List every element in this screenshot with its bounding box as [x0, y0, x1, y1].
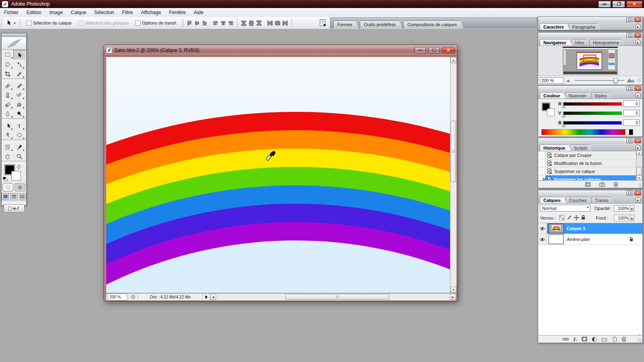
status-flyout-button[interactable]	[203, 294, 210, 300]
delete-layer-icon[interactable]	[621, 336, 626, 342]
layer-style-icon[interactable]: ƒ.	[573, 336, 577, 342]
clone-stamp-tool[interactable]	[2, 90, 13, 100]
distribute-bottom-icon[interactable]	[255, 20, 263, 27]
minimize-button[interactable]	[598, 1, 611, 8]
magic-wand-tool[interactable]	[13, 60, 25, 69]
history-item[interactable]: Supprimer ce calque	[538, 167, 636, 175]
panel-couleur-titlebar[interactable]: ×	[538, 86, 642, 91]
edit-in-imageready-button[interactable]	[4, 204, 25, 212]
opacity-value-field[interactable]: 100%	[614, 205, 631, 212]
panel-minimize-button[interactable]	[626, 138, 633, 143]
zoom-level-field[interactable]: 200 %	[107, 294, 127, 300]
tab-histogramme[interactable]: Histogramme	[589, 39, 625, 45]
scroll-right-button[interactable]: ▶	[450, 294, 456, 300]
align-top-icon[interactable]	[186, 20, 193, 27]
navigator-zoom-field[interactable]: 200 %	[540, 77, 564, 84]
move-tool[interactable]	[13, 50, 26, 60]
standard-screen-mode-button[interactable]	[2, 193, 9, 200]
link-layers-icon[interactable]	[562, 337, 569, 341]
blend-mode-dropdown[interactable]: Normal ▼	[540, 205, 590, 212]
layer-thumbnail[interactable]	[549, 224, 564, 233]
distribute-top-icon[interactable]	[240, 20, 248, 27]
healing-brush-tool[interactable]	[2, 81, 13, 90]
canvas[interactable]	[106, 57, 450, 293]
tab-caractere[interactable]: Caractère	[540, 23, 570, 30]
path-selection-tool[interactable]	[2, 121, 13, 130]
fill-value-field[interactable]: 100%	[614, 215, 631, 221]
menu-fichier[interactable]: Fichier	[0, 8, 23, 16]
panel-menu-button[interactable]: ▶	[635, 93, 641, 98]
channel-v-slider-thumb[interactable]	[561, 114, 566, 117]
quick-mask-mode-button[interactable]	[14, 183, 25, 191]
menu-selection[interactable]: Sélection	[90, 8, 118, 16]
scroll-down-button[interactable]: ▼	[450, 287, 456, 293]
panel-navigateur-titlebar[interactable]: ×	[538, 33, 642, 38]
pen-tool[interactable]	[2, 130, 13, 140]
hand-tool[interactable]	[2, 152, 13, 161]
channel-b-slider[interactable]	[563, 121, 622, 125]
paint-bucket-tool[interactable]	[13, 100, 25, 109]
well-tab-formes[interactable]: Formes	[333, 21, 359, 29]
tab-couches[interactable]: Couches	[566, 197, 592, 203]
select-layer-checkbox[interactable]: Sélection du calque	[26, 21, 72, 26]
color-panel-background-swatch[interactable]	[547, 109, 555, 116]
checkbox-box[interactable]	[26, 21, 31, 26]
new-layer-icon[interactable]	[612, 336, 617, 342]
panel-historique-titlebar[interactable]: ×	[538, 138, 642, 144]
tab-couleur[interactable]: Couleur	[540, 92, 566, 99]
scroll-up-hint-icon[interactable]: ▲	[638, 227, 641, 230]
type-tool[interactable]: T	[13, 121, 25, 130]
history-source-checkbox[interactable]	[538, 151, 545, 159]
align-right-icon[interactable]	[227, 20, 235, 27]
tab-styles[interactable]: Styles	[591, 92, 613, 99]
zoom-out-icon[interactable]	[566, 78, 572, 82]
document-title-bar[interactable]: Sans titre-2 @ 200% (Calque 3, RVB/8) ×	[104, 45, 457, 56]
scroll-left-button[interactable]: ◀	[210, 294, 216, 300]
default-colors-icon[interactable]	[3, 177, 8, 181]
menu-aide[interactable]: Aide	[190, 8, 207, 16]
panel-close-button[interactable]: ×	[634, 86, 641, 91]
align-bottom-icon[interactable]	[201, 20, 208, 27]
distribute-left-icon[interactable]	[266, 20, 274, 27]
lasso-tool[interactable]	[2, 60, 13, 69]
history-source-checkbox[interactable]	[538, 159, 545, 167]
vertical-scrollbar[interactable]: ▲ ▼	[450, 57, 456, 293]
panel-caractere-titlebar[interactable]: ×	[538, 17, 642, 23]
checkbox-box[interactable]	[135, 21, 140, 26]
toolbox-drag-handle[interactable]	[2, 33, 26, 37]
new-group-icon[interactable]	[601, 337, 607, 341]
panel-calques-titlebar[interactable]: ×	[538, 190, 642, 196]
panel-resize-grip[interactable]	[638, 338, 642, 342]
restore-button[interactable]	[612, 1, 625, 8]
layer-row-calque3[interactable]: Calque 3 ▲	[538, 223, 642, 234]
marquee-tool[interactable]	[2, 50, 13, 59]
current-tool-icon[interactable]: ▼	[6, 20, 16, 26]
distribute-hcenter-icon[interactable]	[274, 20, 281, 27]
channel-b-value[interactable]: 0	[623, 119, 640, 126]
doc-size-info[interactable]: Doc : 4,12 Mo/4,12 Mo	[138, 294, 203, 300]
tab-nuancier[interactable]: Nuancier	[565, 92, 592, 99]
panel-close-button[interactable]: ×	[634, 138, 641, 143]
history-item[interactable]: Calque par Couper	[538, 151, 636, 159]
panel-close-button[interactable]: ×	[634, 33, 641, 38]
well-tab-outils-predefinis[interactable]: Outils prédéfinis	[360, 21, 402, 29]
distribute-right-icon[interactable]	[281, 20, 289, 27]
panel-close-button[interactable]: ×	[634, 17, 641, 22]
tab-navigateur[interactable]: Navigateur	[540, 39, 572, 45]
panel-minimize-button[interactable]	[626, 191, 633, 195]
align-left-icon[interactable]	[212, 20, 219, 27]
panel-minimize-button[interactable]	[626, 86, 633, 91]
dodge-tool[interactable]	[13, 109, 25, 118]
add-layer-mask-icon[interactable]	[582, 337, 587, 341]
layer-visibility-eye-icon[interactable]	[538, 223, 547, 234]
channel-b-slider-thumb[interactable]	[561, 124, 566, 127]
well-tab-compositions[interactable]: Compositions de calques	[403, 21, 464, 29]
doc-minimize-button[interactable]	[415, 47, 426, 53]
lock-all-icon[interactable]	[581, 215, 586, 220]
crop-tool[interactable]	[2, 69, 13, 78]
fullscreen-mode-button[interactable]	[19, 193, 26, 200]
blur-tool[interactable]	[2, 109, 13, 118]
menu-image[interactable]: Image	[45, 8, 67, 16]
standard-mode-button[interactable]	[2, 183, 13, 191]
tab-traces[interactable]: Tracés	[591, 197, 614, 203]
